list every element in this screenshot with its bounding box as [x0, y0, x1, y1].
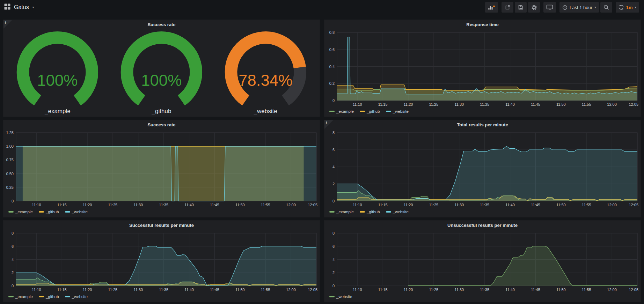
panel-title[interactable]: Success rate — [3, 120, 320, 129]
svg-text:0.75: 0.75 — [6, 158, 14, 162]
panel-title[interactable]: Success rate — [3, 20, 320, 29]
svg-text:11:35: 11:35 — [159, 288, 168, 292]
gauge-arc: 100% — [9, 31, 106, 108]
save-button[interactable] — [515, 2, 527, 13]
tv-mode-button[interactable] — [543, 2, 556, 13]
dashboard-grid: i Success rate 100%_example100%_github78… — [0, 15, 644, 302]
legend-item-_website[interactable]: _website — [65, 210, 88, 214]
chart-area: 0246811:1011:1511:2011:2511:3011:3511:40… — [3, 230, 320, 293]
nav-bar: Gatus ▾ — [0, 0, 644, 15]
svg-text:0.4: 0.4 — [329, 65, 335, 69]
refresh-button[interactable]: 1m ▾ — [616, 2, 639, 13]
panel-info-icon[interactable]: i — [3, 20, 12, 29]
svg-text:8: 8 — [12, 231, 14, 235]
svg-text:11:15: 11:15 — [378, 288, 388, 292]
svg-text:11:50: 11:50 — [235, 203, 245, 207]
dashboard-picker[interactable]: Gatus ▾ — [4, 3, 34, 11]
legend-swatch — [8, 211, 14, 213]
legend-label: _example — [15, 210, 33, 214]
legend-label: _example — [336, 210, 354, 214]
svg-text:11:25: 11:25 — [429, 102, 439, 106]
svg-text:11:10: 11:10 — [353, 203, 362, 207]
svg-text:0.25: 0.25 — [6, 185, 14, 190]
svg-text:12:05: 12:05 — [629, 288, 638, 292]
panel-title[interactable]: Total results per minute — [324, 120, 641, 129]
share-button[interactable] — [502, 2, 513, 13]
svg-text:0.8: 0.8 — [329, 30, 335, 35]
gauge-arc: 100% — [113, 31, 210, 108]
legend-label: _github — [367, 210, 380, 214]
legend-swatch — [386, 211, 391, 213]
gauge-label: _website — [254, 108, 277, 115]
svg-text:8: 8 — [332, 131, 335, 135]
dashboard-title[interactable]: Gatus — [14, 4, 29, 10]
svg-text:11:20: 11:20 — [404, 288, 413, 292]
panel-title[interactable]: Response time — [324, 20, 641, 29]
legend-label: _website — [336, 295, 352, 299]
zoom-out-button[interactable] — [600, 2, 612, 13]
legend-item-_website[interactable]: _website — [386, 210, 409, 214]
svg-text:11:55: 11:55 — [261, 288, 270, 292]
svg-text:12:05: 12:05 — [629, 203, 638, 207]
svg-text:11:45: 11:45 — [531, 102, 540, 106]
add-panel-button[interactable] — [485, 2, 498, 13]
nav-toolbar: Last 1 hour ▾ 1m ▾ — [485, 2, 639, 13]
svg-text:0.2: 0.2 — [329, 81, 335, 86]
svg-text:12:00: 12:00 — [286, 203, 296, 207]
panel-response-time: Response time 00.20.40.60.811:1011:1511:… — [324, 20, 641, 117]
svg-text:6: 6 — [12, 244, 14, 249]
legend-item-_github[interactable]: _github — [360, 109, 380, 113]
chart-legend: _example_github_website — [324, 208, 641, 217]
svg-text:11:40: 11:40 — [184, 203, 194, 207]
chart-area: 00.250.500.751.001.2511:1011:1511:2011:2… — [3, 129, 320, 208]
svg-text:12:05: 12:05 — [629, 102, 638, 106]
svg-text:11:50: 11:50 — [556, 288, 566, 292]
legend-item-_github[interactable]: _github — [39, 295, 59, 299]
legend-item-_website[interactable]: _website — [65, 295, 88, 299]
settings-button[interactable] — [528, 2, 540, 13]
gauge-_website: 78.34%_website — [213, 31, 317, 114]
chart-area: 0246811:1011:1511:2011:2511:3011:3511:40… — [324, 129, 641, 208]
svg-text:4: 4 — [332, 258, 335, 262]
gear-icon — [531, 5, 537, 10]
legend-swatch — [329, 111, 335, 112]
svg-text:11:25: 11:25 — [108, 288, 118, 292]
svg-text:11:45: 11:45 — [531, 288, 540, 292]
legend-item-_website[interactable]: _website — [329, 295, 352, 299]
svg-text:11:30: 11:30 — [454, 102, 464, 106]
legend-item-_github[interactable]: _github — [360, 210, 380, 214]
svg-text:12:00: 12:00 — [607, 203, 617, 207]
svg-text:11:55: 11:55 — [582, 288, 591, 292]
svg-text:11:20: 11:20 — [404, 102, 413, 106]
save-icon — [518, 5, 524, 10]
chart-canvas: 0246811:1011:1511:2011:2511:3011:3511:40… — [3, 230, 320, 293]
legend-item-_example[interactable]: _example — [8, 210, 33, 214]
svg-text:2: 2 — [332, 182, 335, 186]
panel-info-icon[interactable]: i — [324, 120, 333, 129]
refresh-caret-icon: ▾ — [635, 6, 636, 9]
chart-canvas: 0246811:1011:1511:2011:2511:3011:3511:40… — [324, 230, 641, 293]
gauge-label: _example — [45, 108, 71, 115]
svg-text:0: 0 — [332, 284, 335, 288]
legend-item-_example[interactable]: _example — [8, 295, 33, 299]
legend-item-_example[interactable]: _example — [329, 210, 354, 214]
legend-swatch — [329, 296, 335, 297]
svg-text:11:55: 11:55 — [582, 203, 591, 207]
dashboard-grid-icon — [4, 3, 10, 11]
time-range-button[interactable]: Last 1 hour ▾ — [559, 2, 599, 13]
panel-unsuccessful-results: Unsuccessful results per minute 0246811:… — [324, 220, 641, 302]
svg-text:2: 2 — [332, 270, 335, 275]
legend-swatch — [386, 111, 391, 112]
panel-total-results: i Total results per minute 0246811:1011:… — [324, 120, 641, 217]
panel-title[interactable]: Unsuccessful results per minute — [324, 221, 641, 230]
panel-success-rate-series: Success rate 00.250.500.751.001.2511:101… — [3, 120, 320, 217]
svg-text:12:00: 12:00 — [607, 102, 617, 106]
legend-item-_example[interactable]: _example — [329, 109, 354, 113]
panel-title[interactable]: Successful results per minute — [3, 221, 320, 230]
svg-text:12:05: 12:05 — [308, 288, 317, 292]
time-range-label: Last 1 hour — [570, 5, 592, 10]
legend-item-_website[interactable]: _website — [386, 109, 409, 113]
svg-text:11:20: 11:20 — [83, 203, 92, 207]
legend-item-_github[interactable]: _github — [39, 210, 59, 214]
svg-text:11:10: 11:10 — [32, 203, 41, 207]
